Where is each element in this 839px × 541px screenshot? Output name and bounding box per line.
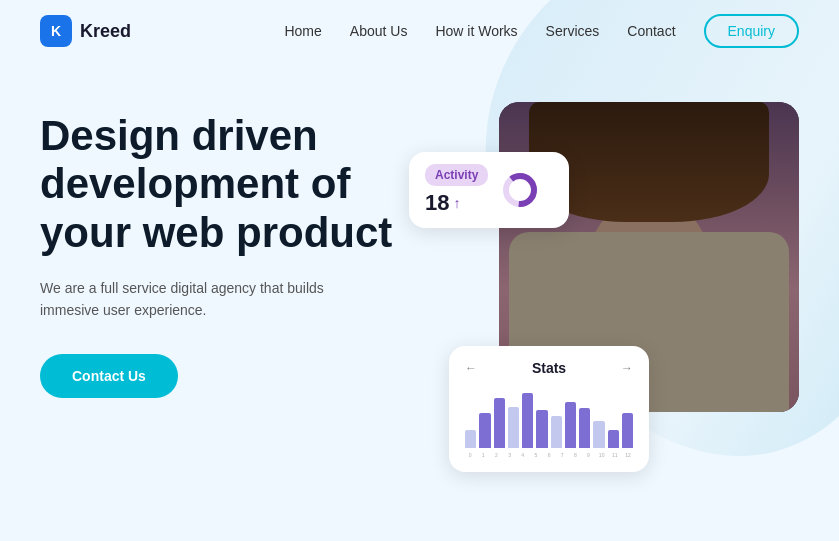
contact-us-button[interactable]: Contact Us	[40, 354, 178, 398]
activity-number: 18 ↑	[425, 190, 488, 216]
stats-title: Stats	[532, 360, 566, 376]
stats-label-2: 2	[491, 452, 501, 458]
nav-how-it-works[interactable]: How it Works	[435, 23, 517, 39]
stats-label-6: 6	[544, 452, 554, 458]
bar-5	[536, 410, 547, 449]
hero-section: Design driven development of your web pr…	[0, 62, 839, 482]
navbar: K Kreed Home About Us How it Works Servi…	[0, 0, 839, 62]
stats-labels: 0123456789101112	[465, 452, 633, 458]
brand-name: Kreed	[80, 21, 131, 42]
nav-about[interactable]: About Us	[350, 23, 408, 39]
bar-11	[622, 413, 633, 448]
stats-label-8: 8	[570, 452, 580, 458]
nav-services[interactable]: Services	[546, 23, 600, 39]
stats-next[interactable]: →	[621, 361, 633, 375]
stats-label-12: 12	[623, 452, 633, 458]
hero-visual: Activity 18 ↑ ← Stats →	[439, 102, 799, 482]
stats-header: ← Stats →	[465, 360, 633, 376]
nav-home[interactable]: Home	[284, 23, 321, 39]
bar-6	[551, 416, 562, 448]
stats-label-4: 4	[518, 452, 528, 458]
logo-icon: K	[40, 15, 72, 47]
stats-prev[interactable]: ←	[465, 361, 477, 375]
bar-7	[565, 402, 576, 448]
bar-8	[579, 408, 590, 448]
hero-content: Design driven development of your web pr…	[40, 102, 399, 398]
enquiry-button[interactable]: Enquiry	[704, 14, 799, 48]
stats-card: ← Stats → 0123456789101112	[449, 346, 649, 472]
hero-subtext: We are a full service digital agency tha…	[40, 277, 360, 322]
stats-label-3: 3	[504, 452, 514, 458]
stats-label-9: 9	[583, 452, 593, 458]
bar-10	[608, 430, 619, 448]
stats-label-7: 7	[557, 452, 567, 458]
bar-4	[522, 393, 533, 448]
bar-9	[593, 421, 604, 449]
bar-2	[494, 398, 505, 448]
nav-contact[interactable]: Contact	[627, 23, 675, 39]
activity-card: Activity 18 ↑	[409, 152, 569, 228]
activity-arrow: ↑	[453, 195, 460, 211]
stats-label-1: 1	[478, 452, 488, 458]
stats-label-5: 5	[531, 452, 541, 458]
stats-bar-chart	[465, 388, 633, 448]
nav-links: Home About Us How it Works Services Cont…	[284, 14, 799, 48]
bar-0	[465, 430, 476, 448]
bar-3	[508, 407, 519, 448]
hero-heading: Design driven development of your web pr…	[40, 112, 399, 257]
stats-label-11: 11	[610, 452, 620, 458]
bar-1	[479, 413, 490, 448]
stats-label-10: 10	[597, 452, 607, 458]
logo[interactable]: K Kreed	[40, 15, 131, 47]
activity-donut-chart	[500, 170, 540, 210]
activity-label: Activity	[425, 164, 488, 186]
stats-label-0: 0	[465, 452, 475, 458]
